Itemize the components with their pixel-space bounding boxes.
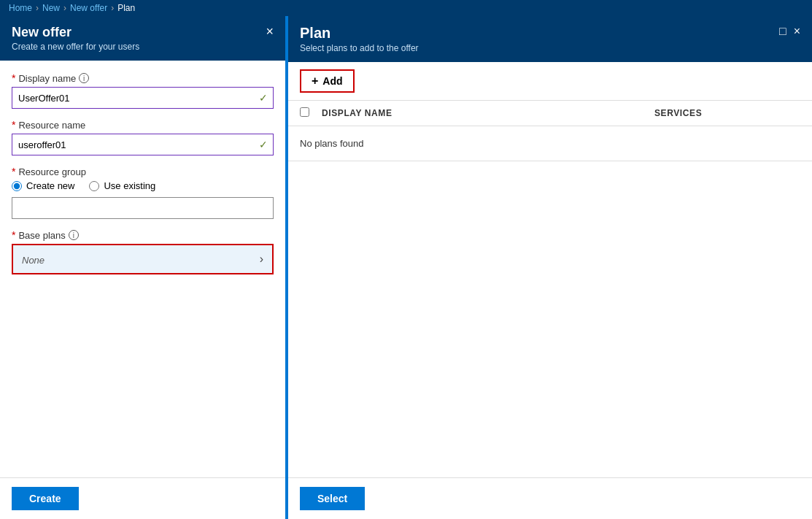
right-panel-body: DISPLAY NAME SERVICES No plans found: [288, 101, 812, 477]
right-panel-header-icons: □ ×: [779, 25, 800, 38]
display-name-required-star: *: [12, 72, 15, 84]
right-panel-minimize-button[interactable]: □: [779, 25, 786, 38]
left-panel-footer: Create: [0, 477, 285, 519]
resource-group-label: * Resource group: [12, 166, 274, 177]
right-panel-subtitle: Select plans to add to the offer: [300, 43, 419, 53]
use-existing-radio-label[interactable]: Use existing: [89, 180, 155, 191]
select-button[interactable]: Select: [300, 487, 365, 510]
resource-group-radio-group: Create new Use existing: [12, 180, 274, 191]
display-name-label-text: Display name: [18, 73, 76, 84]
breadcrumb-new[interactable]: New: [42, 3, 60, 13]
right-panel-header: Plan Select plans to add to the offer □ …: [288, 16, 812, 62]
add-button[interactable]: + Add: [300, 69, 355, 93]
breadcrumb-sep-1: ›: [36, 3, 39, 13]
display-name-input[interactable]: [12, 87, 274, 109]
base-plans-info-icon[interactable]: i: [69, 230, 79, 240]
resource-name-input-wrapper: ✓: [12, 134, 274, 155]
resource-name-field-group: * Resource name ✓: [12, 119, 274, 155]
table-header-checkbox[interactable]: [300, 107, 309, 117]
create-new-radio-label[interactable]: Create new: [12, 180, 74, 191]
left-panel: New offer Create a new offer for your us…: [0, 16, 288, 519]
right-panel-toolbar: + Add: [288, 62, 812, 101]
resource-name-required-star: *: [12, 119, 15, 131]
right-panel-close-button[interactable]: ×: [794, 25, 800, 38]
add-button-label: Add: [322, 75, 342, 87]
base-plans-selector[interactable]: None ›: [12, 244, 274, 274]
left-panel-header: New offer Create a new offer for your us…: [0, 16, 285, 61]
right-panel-footer: Select: [288, 477, 812, 519]
table-header: DISPLAY NAME SERVICES: [288, 101, 812, 126]
create-new-radio[interactable]: [12, 181, 22, 191]
create-new-radio-text: Create new: [26, 180, 74, 191]
base-plans-value: None: [22, 255, 45, 266]
base-plans-label-text: Base plans: [18, 230, 65, 241]
left-panel-body: * Display name i ✓ * Resource name ✓: [0, 61, 285, 477]
resource-name-label: * Resource name: [12, 119, 274, 131]
breadcrumb-sep-3: ›: [111, 3, 114, 13]
display-name-field-group: * Display name i ✓: [12, 72, 274, 109]
left-panel-header-text: New offer Create a new offer for your us…: [12, 25, 139, 52]
table-header-services: SERVICES: [654, 108, 800, 118]
table-header-display-name: DISPLAY NAME: [322, 108, 654, 118]
display-name-input-wrapper: ✓: [12, 87, 274, 109]
breadcrumb-plan: Plan: [117, 3, 135, 13]
no-plans-message: No plans found: [288, 126, 812, 161]
use-existing-radio[interactable]: [89, 181, 99, 191]
base-plans-value-container: None: [22, 253, 45, 266]
resource-name-input[interactable]: [12, 134, 274, 155]
use-existing-radio-text: Use existing: [104, 180, 155, 191]
plus-icon: +: [312, 74, 318, 88]
left-panel-close-button[interactable]: ×: [266, 25, 274, 38]
base-plans-required-star: *: [12, 229, 15, 241]
breadcrumb-new-offer[interactable]: New offer: [70, 3, 107, 13]
resource-group-required-star: *: [12, 166, 15, 177]
right-panel-title: Plan: [300, 25, 419, 42]
display-name-info-icon[interactable]: i: [79, 73, 89, 83]
right-panel-header-text: Plan Select plans to add to the offer: [300, 25, 419, 53]
display-name-label: * Display name i: [12, 72, 274, 84]
left-panel-title: New offer: [12, 25, 139, 40]
resource-group-field-group: * Resource group Create new Use existing: [12, 166, 274, 219]
breadcrumb-bar: Home › New › New offer › Plan: [0, 0, 812, 16]
create-button[interactable]: Create: [12, 487, 79, 510]
resource-group-input[interactable]: [12, 197, 274, 219]
breadcrumb-home[interactable]: Home: [9, 3, 32, 13]
right-panel: Plan Select plans to add to the offer □ …: [288, 16, 812, 519]
display-name-checkmark-icon: ✓: [259, 92, 268, 104]
resource-name-checkmark-icon: ✓: [259, 139, 268, 150]
main-container: New offer Create a new offer for your us…: [0, 16, 812, 519]
resource-name-label-text: Resource name: [18, 120, 85, 131]
table-header-checkbox-col: [300, 107, 322, 120]
base-plans-chevron-icon: ›: [260, 253, 263, 266]
breadcrumb-sep-2: ›: [63, 3, 66, 13]
base-plans-field-group: * Base plans i None ›: [12, 229, 274, 274]
base-plans-label: * Base plans i: [12, 229, 274, 241]
left-panel-subtitle: Create a new offer for your users: [12, 42, 139, 52]
resource-group-label-text: Resource group: [18, 166, 86, 177]
